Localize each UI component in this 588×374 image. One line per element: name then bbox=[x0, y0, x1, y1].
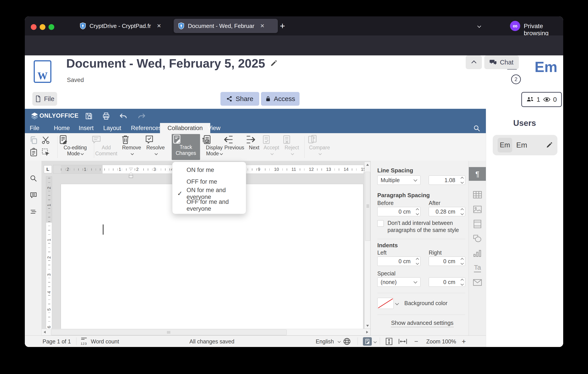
spinner-arrows[interactable] bbox=[416, 257, 419, 266]
background-color-dropdown[interactable] bbox=[394, 298, 400, 309]
chevron-down-icon[interactable] bbox=[374, 340, 377, 343]
chart-settings-icon[interactable] bbox=[469, 246, 486, 260]
spacing-after-input[interactable] bbox=[429, 207, 465, 216]
shape-settings-icon[interactable] bbox=[469, 232, 486, 246]
search-icon[interactable] bbox=[30, 175, 37, 182]
spinner-arrows[interactable] bbox=[461, 257, 463, 266]
collapse-toolbar-button[interactable] bbox=[466, 55, 482, 69]
close-tab-icon[interactable]: ✕ bbox=[157, 23, 161, 29]
special-input[interactable] bbox=[429, 277, 465, 287]
redo-icon[interactable] bbox=[137, 112, 146, 121]
file-menu-button[interactable]: File bbox=[32, 92, 57, 106]
image-settings-icon[interactable] bbox=[469, 203, 486, 216]
minimize-window-button[interactable] bbox=[40, 24, 45, 30]
header-footer-settings-icon[interactable] bbox=[469, 217, 486, 231]
menu-tab-references[interactable]: References bbox=[131, 123, 161, 133]
new-tab-button[interactable]: + bbox=[277, 21, 288, 31]
copy-icon[interactable] bbox=[29, 136, 38, 145]
mail-merge-icon[interactable] bbox=[469, 276, 486, 289]
spellcheck-globe-icon[interactable] bbox=[343, 338, 351, 345]
edit-name-pencil-icon[interactable] bbox=[546, 142, 553, 148]
next-change-button[interactable]: Next bbox=[245, 135, 263, 151]
tab-cryptdrive[interactable]: CryptDrive - CryptPad.fr ✕ bbox=[75, 19, 173, 33]
comments-icon[interactable] bbox=[30, 191, 37, 199]
menu-item-on-for-me[interactable]: ON for me bbox=[172, 164, 246, 176]
notification-count-badge[interactable]: 2 bbox=[511, 74, 521, 84]
save-icon[interactable] bbox=[84, 112, 94, 121]
account-name[interactable]: Em bbox=[535, 59, 557, 75]
tab-stop-selector[interactable]: L bbox=[44, 165, 52, 173]
paragraph-settings-icon[interactable]: ¶ bbox=[469, 167, 486, 181]
previous-change-button[interactable]: Previous bbox=[224, 135, 245, 151]
show-advanced-settings-link[interactable]: Show advanced settings bbox=[391, 320, 453, 327]
word-count-label[interactable]: Word count bbox=[91, 338, 119, 344]
vertical-scrollbar[interactable] bbox=[365, 162, 370, 329]
special-select[interactable]: (none) bbox=[377, 277, 420, 287]
ruler-number: 3 bbox=[152, 167, 157, 171]
menu-tab-view[interactable]: View bbox=[208, 123, 220, 133]
users-panel-title: Users bbox=[486, 119, 563, 128]
tab-document-active[interactable]: Document - Wed, February 5, 2 ✕ bbox=[174, 19, 278, 33]
rename-pencil-icon[interactable] bbox=[270, 60, 277, 67]
list-tabs-chevron-icon[interactable] bbox=[476, 23, 483, 29]
menu-tab-insert[interactable]: Insert bbox=[79, 123, 94, 133]
access-button[interactable]: Access bbox=[261, 92, 300, 106]
select-all-icon[interactable] bbox=[41, 148, 50, 157]
close-tab-icon[interactable]: ✕ bbox=[260, 23, 264, 29]
remove-comment-button[interactable]: Remove bbox=[121, 135, 143, 157]
navigation-headings-icon[interactable] bbox=[30, 208, 37, 216]
paste-icon[interactable] bbox=[29, 148, 38, 157]
presence-counts[interactable]: 1 0 bbox=[521, 92, 562, 107]
resolve-comment-button[interactable]: Resolve bbox=[145, 135, 167, 157]
spinner-arrows[interactable] bbox=[461, 278, 463, 287]
track-changes-button[interactable]: Track Changes bbox=[172, 134, 200, 160]
vertical-ruler[interactable]: 2 1 1 2 3 4 5 6 bbox=[46, 176, 52, 329]
interval-checkbox[interactable] bbox=[377, 220, 384, 227]
maximize-window-button[interactable] bbox=[49, 24, 54, 30]
user-list-item[interactable]: Em Em bbox=[493, 135, 557, 155]
ruler-number: 5 bbox=[47, 308, 51, 311]
ruler-number: 2 bbox=[47, 186, 51, 190]
interval-checkbox-label[interactable]: Don't add interval between paragraphs of… bbox=[388, 219, 461, 234]
line-spacing-input[interactable] bbox=[429, 176, 465, 185]
spacing-before-input[interactable] bbox=[377, 207, 420, 216]
print-icon[interactable] bbox=[102, 112, 111, 121]
line-spacing-select[interactable]: Multiple bbox=[377, 176, 420, 185]
menu-tab-collaboration[interactable]: Collaboration bbox=[160, 123, 210, 133]
editor-search-icon[interactable] bbox=[473, 125, 480, 132]
textart-settings-icon[interactable]: Ta bbox=[469, 261, 486, 275]
word-count-icon[interactable]: 123 bbox=[81, 337, 87, 345]
chat-button[interactable]: Chat bbox=[484, 55, 519, 69]
spinner-arrows[interactable] bbox=[416, 207, 419, 216]
share-button[interactable]: Share bbox=[220, 92, 259, 106]
display-mode-button[interactable]: Display Mode bbox=[202, 135, 226, 157]
zoom-in-button[interactable]: + bbox=[462, 337, 466, 345]
table-settings-icon[interactable] bbox=[469, 188, 486, 202]
language-selector[interactable]: English bbox=[316, 338, 340, 344]
indent-marker[interactable] bbox=[129, 168, 133, 180]
background-color-swatch[interactable] bbox=[377, 298, 394, 309]
coediting-mode-button[interactable]: Co-editing Mode bbox=[58, 135, 92, 157]
close-window-button[interactable] bbox=[31, 24, 37, 30]
page-indicator[interactable]: Page 1 of 1 bbox=[42, 338, 71, 344]
menu-tab-file[interactable]: File bbox=[30, 123, 40, 133]
cut-icon[interactable] bbox=[41, 136, 50, 145]
status-bar: Page 1 of 1 123 Word count All changes s… bbox=[25, 335, 486, 347]
ruler-number: 13 bbox=[325, 167, 332, 171]
undo-icon[interactable] bbox=[119, 112, 128, 121]
cryptpad-favicon bbox=[178, 22, 184, 30]
horizontal-scrollbar[interactable] bbox=[42, 329, 370, 335]
fit-width-icon[interactable] bbox=[398, 339, 407, 344]
menu-tab-home[interactable]: Home bbox=[54, 123, 70, 133]
spinner-arrows[interactable] bbox=[461, 207, 463, 216]
menu-item-off-for-everyone[interactable]: OFF for me and everyone bbox=[172, 199, 246, 211]
indent-right-input[interactable] bbox=[429, 257, 465, 266]
zoom-out-button[interactable]: − bbox=[414, 338, 418, 345]
menu-item-off-for-me[interactable]: OFF for me bbox=[172, 176, 246, 188]
menu-tab-layout[interactable]: Layout bbox=[103, 123, 121, 133]
spinner-arrows[interactable] bbox=[461, 176, 463, 185]
menu-item-on-for-everyone[interactable]: ✓ ON for me and everyone bbox=[172, 188, 246, 199]
fit-page-icon[interactable] bbox=[386, 338, 393, 345]
track-changes-status-button[interactable] bbox=[363, 337, 372, 346]
indent-left-input[interactable] bbox=[377, 257, 420, 266]
